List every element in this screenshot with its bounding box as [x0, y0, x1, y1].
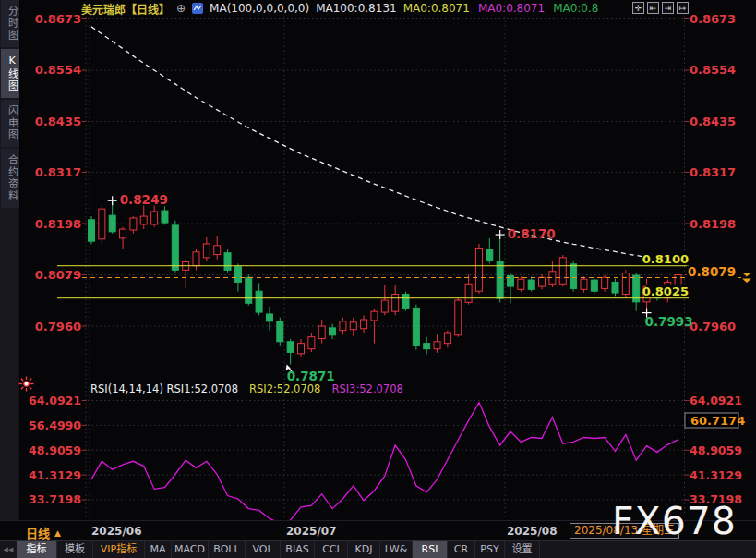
rsi2-label: RSI2:52.0708: [249, 382, 320, 395]
x-axis-label: 2025/08: [507, 525, 557, 538]
rsi3-label: RSI3:52.0708: [331, 382, 402, 395]
svg-text:64.0921: 64.0921: [29, 394, 81, 407]
svg-text:0.8554: 0.8554: [690, 63, 736, 77]
toolbar-tab-设置[interactable]: 设置: [505, 541, 540, 558]
chart-header: 美元瑞郎【日线】 ⊕ MA(100,0,0,0,0,0) MA100:0.813…: [81, 1, 598, 16]
svg-text:0.7871: 0.7871: [287, 369, 335, 383]
ma100-line: [91, 27, 678, 262]
candlesticks: [89, 201, 682, 364]
svg-text:41.3129: 41.3129: [690, 468, 742, 482]
svg-text:64.0921: 64.0921: [690, 394, 742, 407]
toolbar-tab-MA[interactable]: MA: [145, 541, 172, 558]
rsi-header: RSI(14,14,14) RSI1:52.0708 RSI2:52.0708 …: [90, 382, 403, 395]
ma-value-label: MA0:0.8: [553, 2, 598, 15]
toolbar-tab-指标[interactable]: 指标: [17, 541, 57, 558]
period-label: 日线: [26, 524, 50, 541]
svg-text:0.8317: 0.8317: [35, 165, 81, 179]
pan-icon[interactable]: ✛: [632, 2, 644, 14]
svg-text:0.8198: 0.8198: [690, 217, 736, 231]
sidebar-tab-K线图[interactable]: K线图: [1, 49, 19, 98]
axis-scale-right-icon[interactable]: ⇥: [662, 2, 674, 14]
svg-text:0.8673: 0.8673: [690, 12, 736, 26]
x-axis-label: 2025/06: [91, 525, 141, 538]
expand-icon[interactable]: ⊕: [176, 2, 186, 15]
ma-value-label: MA0:0.8071: [403, 2, 470, 15]
ma-value-label: MA0:0.8071: [478, 2, 545, 15]
toolbar-tab-模板[interactable]: 模板: [57, 541, 93, 558]
toolbar-tab-RSI[interactable]: RSI: [413, 541, 448, 558]
watermark: FX678: [612, 499, 737, 543]
toolbar-tab-CCI[interactable]: CCI: [315, 541, 348, 558]
sidebar-tab-分时图[interactable]: 分时图: [1, 0, 19, 47]
svg-text:48.9059: 48.9059: [29, 443, 81, 457]
period-selector[interactable]: 日线 ▲: [26, 524, 61, 541]
svg-text:0.8554: 0.8554: [35, 63, 81, 77]
svg-text:0.8170: 0.8170: [508, 226, 556, 241]
price-marker-icon: [742, 273, 751, 277]
indicator-settings-icon[interactable]: [18, 376, 34, 392]
toolbar-tab-PSY[interactable]: PSY: [475, 541, 505, 558]
svg-text:48.9059: 48.9059: [690, 443, 742, 457]
toolbar-tab-BIAS[interactable]: BIAS: [281, 541, 315, 558]
fx678-chart-app: 分时图K线图闪电图合约资料 美元瑞郎【日线】 ⊕ MA(100,0,0,0,0,…: [0, 0, 756, 558]
sidebar-tab-合约资料[interactable]: 合约资料: [1, 149, 19, 208]
svg-text:0.8079: 0.8079: [688, 264, 736, 279]
svg-text:60.7174: 60.7174: [690, 414, 745, 428]
current-price-line: 0.8079: [57, 264, 751, 284]
svg-text:0.7960: 0.7960: [690, 320, 736, 334]
toolbar-tab-VIP指标[interactable]: VIP指标: [93, 541, 145, 558]
axis-scale-left-icon[interactable]: ⇤: [647, 2, 659, 14]
svg-text:0.8100: 0.8100: [642, 252, 689, 266]
svg-text:33.7198: 33.7198: [29, 492, 81, 506]
indicator-chart-icon[interactable]: [192, 3, 203, 14]
svg-text:0.8435: 0.8435: [35, 115, 81, 128]
toolbar-tab-MACD[interactable]: MACD: [172, 541, 209, 558]
toolbar-scroll-icon[interactable]: ◀◀: [0, 541, 17, 558]
dropdown-arrow-icon: ▲: [54, 528, 61, 538]
svg-text:0.8435: 0.8435: [690, 115, 736, 128]
rsi-params-label: RSI(14,14,14) RSI1:52.0708: [90, 382, 238, 395]
svg-text:0.8198: 0.8198: [35, 217, 81, 231]
svg-text:56.4990: 56.4990: [29, 418, 81, 432]
window-controls: ✛⇤⇥↦: [632, 2, 689, 14]
price-marker-icon: [742, 279, 751, 284]
toolbar-tab-BOLL[interactable]: BOLL: [209, 541, 246, 558]
ma100-value-label: MA100:0.8131: [316, 2, 397, 15]
svg-text:0.7993: 0.7993: [645, 314, 693, 329]
toolbar-tab-LW&[interactable]: LW&: [380, 541, 413, 558]
svg-text:0.8025: 0.8025: [642, 285, 689, 298]
ma-values: MA0:0.8071MA0:0.8071MA0:0.8: [403, 2, 599, 15]
x-axis-label: 2025/07: [286, 525, 336, 538]
detach-window-icon[interactable]: ↦: [677, 2, 689, 14]
rsi-value-badge: 60.7174: [685, 413, 745, 428]
svg-text:0.8317: 0.8317: [690, 165, 736, 179]
svg-text:0.7960: 0.7960: [35, 320, 81, 334]
toolbar-tab-CR[interactable]: CR: [448, 541, 475, 558]
svg-text:41.3129: 41.3129: [29, 468, 81, 482]
toolbar-tab-VOL[interactable]: VOL: [246, 541, 281, 558]
svg-text:0.8249: 0.8249: [120, 192, 168, 207]
toolbar-tab-KDJ[interactable]: KDJ: [348, 541, 380, 558]
svg-text:0.8673: 0.8673: [35, 12, 81, 26]
chart-type-sidebar: 分时图K线图闪电图合约资料: [0, 0, 20, 520]
chart-canvas[interactable]: 0.81000.80250.80790.86730.86730.85540.85…: [0, 0, 756, 558]
svg-text:0.8079: 0.8079: [35, 268, 81, 282]
ma-settings-label: MA(100,0,0,0,0,0): [210, 2, 309, 15]
sidebar-tab-闪电图[interactable]: 闪电图: [1, 100, 19, 147]
symbol-title: 美元瑞郎【日线】: [81, 1, 170, 17]
